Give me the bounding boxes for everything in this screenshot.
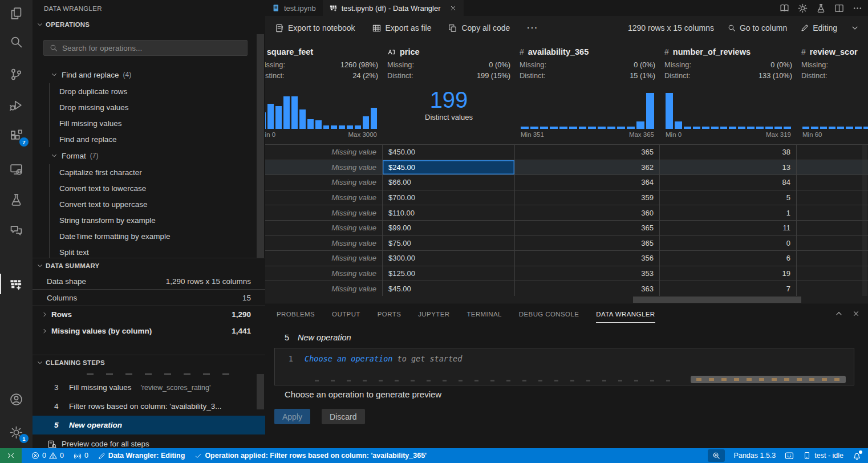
export-to-notebook-button[interactable]: Export to notebook xyxy=(275,23,355,33)
activity-item-run-debug[interactable] xyxy=(0,94,33,116)
grid-cell[interactable]: $75.00 xyxy=(383,236,515,251)
grid-cell[interactable]: Missing value xyxy=(265,251,383,266)
operations-header[interactable]: OPERATIONS xyxy=(33,17,265,32)
grid-cell[interactable]: 13 xyxy=(660,160,797,176)
grid-cell[interactable]: $99.00 xyxy=(383,221,515,236)
grid-cell[interactable] xyxy=(797,281,868,296)
split-editor-icon[interactable] xyxy=(834,3,844,13)
apply-button[interactable]: Apply xyxy=(274,409,310,424)
grid-cell[interactable]: 360 xyxy=(515,205,660,221)
search-input[interactable] xyxy=(62,44,241,52)
table-row[interactable]: Missing value$99.0036511 xyxy=(265,221,868,236)
preview-code-button[interactable]: Preview code for all steps xyxy=(33,434,265,448)
operation-item[interactable]: Split text xyxy=(59,244,265,258)
steps-scrollbar[interactable] xyxy=(257,374,264,409)
grid-cell[interactable]: 84 xyxy=(660,175,797,190)
summary-row[interactable]: Rows1,290 xyxy=(33,306,265,323)
close-icon[interactable] xyxy=(449,5,457,12)
operation-item[interactable]: Capitalize first character xyxy=(59,164,265,180)
column-header-square_feet[interactable]: #square_feetMissing:1260 (98%)Distinct:2… xyxy=(265,40,383,140)
grid-cell[interactable] xyxy=(797,266,868,282)
grid-cell[interactable]: $45.00 xyxy=(383,281,515,296)
grid-cell[interactable]: 38 xyxy=(660,145,797,160)
tab-data-wrangler[interactable]: test.ipynb (df) - Data Wrangler xyxy=(323,0,464,16)
pandas-version-status[interactable]: Pandas 1.5.3 xyxy=(734,452,776,460)
activity-item-settings[interactable]: 1 xyxy=(0,421,33,444)
grid-cell[interactable]: $66.00 xyxy=(383,175,515,190)
activity-item-account[interactable] xyxy=(0,388,33,411)
summary-row[interactable]: Data shape1,290 rows x 15 columns xyxy=(33,273,265,290)
activity-item-source-control[interactable] xyxy=(0,63,33,86)
panel-tab-jupyter[interactable]: JUPYTER xyxy=(418,305,449,322)
grid-cell[interactable] xyxy=(797,205,868,221)
toolbar-overflow-button[interactable]: ··· xyxy=(527,23,538,33)
grid-cell[interactable]: $125.00 xyxy=(383,266,515,282)
remote-indicator[interactable] xyxy=(0,448,22,463)
grid-cell[interactable]: 11 xyxy=(660,221,797,236)
grid-cell[interactable] xyxy=(797,175,868,190)
grid-cell[interactable]: 353 xyxy=(515,266,660,282)
cleaning-steps-header[interactable]: CLEANING STEPS xyxy=(33,355,265,370)
grid-vertical-scrollbar[interactable] xyxy=(862,144,867,296)
beaker-icon[interactable] xyxy=(816,3,826,13)
grid-cell[interactable]: $300.00 xyxy=(383,251,515,266)
chevron-down-icon[interactable] xyxy=(851,24,859,32)
notifications-button[interactable] xyxy=(853,452,861,460)
panel-tab-problems[interactable]: PROBLEMS xyxy=(277,305,315,322)
chevron-up-icon[interactable] xyxy=(835,310,843,318)
grid-cell[interactable]: Missing value xyxy=(265,266,383,282)
grid-cell[interactable] xyxy=(797,145,868,160)
grid-cell[interactable]: Missing value xyxy=(265,160,383,176)
grid-cell[interactable] xyxy=(797,221,868,236)
cleaning-step-5[interactable]: 5New operation xyxy=(33,416,265,434)
data-summary-header[interactable]: DATA SUMMARY xyxy=(33,258,265,273)
table-row[interactable]: Missing value$75.003650 xyxy=(265,236,868,251)
activity-item-files[interactable] xyxy=(0,2,33,25)
panel-tab-output[interactable]: OUTPUT xyxy=(332,305,360,322)
activity-item-data-wrangler[interactable] xyxy=(0,273,33,295)
operation-item[interactable]: String transform by example xyxy=(59,212,265,228)
panel-tab-ports[interactable]: PORTS xyxy=(378,305,401,322)
activity-item-test-beaker[interactable] xyxy=(0,188,33,211)
operation-item[interactable]: Drop duplicate rows xyxy=(59,83,265,99)
operation-code-editor[interactable]: 1 Choose an operation to get started xyxy=(274,348,854,385)
table-row[interactable]: Missing value$45.003637 xyxy=(265,281,868,296)
operation-group-0[interactable]: Find and replace(4) xyxy=(33,66,265,83)
grid-cell[interactable]: 19 xyxy=(660,266,797,282)
grid-cell[interactable]: 365 xyxy=(515,221,660,236)
column-header-number_of_reviews[interactable]: #number_of_reviewsMissing:0 (0%)Distinct… xyxy=(660,40,797,140)
feedback-smiley-icon[interactable] xyxy=(785,451,794,460)
grid-cell[interactable] xyxy=(797,251,868,266)
editing-mode-button[interactable]: Editing xyxy=(801,23,837,33)
operation-group-1[interactable]: Format(7) xyxy=(33,147,265,164)
table-row[interactable]: Missing value$245.0036213 xyxy=(265,160,868,176)
grid-cell[interactable] xyxy=(797,160,868,176)
tab-test-ipynb[interactable]: test.ipynb xyxy=(265,0,323,16)
table-row[interactable]: Missing value$450.0036538 xyxy=(265,145,868,160)
grid-cell[interactable]: Missing value xyxy=(265,190,383,206)
column-header-review_scor[interactable]: #review_scorMissing:Distinct:Min 60 xyxy=(797,40,868,140)
operations-search[interactable] xyxy=(43,40,248,56)
go-to-column-button[interactable]: Go to column xyxy=(728,23,787,33)
activity-item-search[interactable] xyxy=(0,30,33,53)
table-row[interactable]: Missing value$66.0036484 xyxy=(265,175,868,190)
grid-cell[interactable]: Missing value xyxy=(265,145,383,160)
grid-cell[interactable]: 7 xyxy=(660,281,797,296)
operation-item[interactable]: Convert text to uppercase xyxy=(59,196,265,212)
activity-item-remote-explorer[interactable] xyxy=(0,157,33,180)
panel-tab-debug-console[interactable]: DEBUG CONSOLE xyxy=(519,305,579,322)
cleaning-step-3[interactable]: 3Fill missing values'review_scores_ratin… xyxy=(33,378,265,397)
grid-cell[interactable] xyxy=(797,236,868,251)
panel-tab-data-wrangler[interactable]: DATA WRANGLER xyxy=(596,305,655,323)
grid-cell[interactable]: Missing value xyxy=(265,205,383,221)
grid-cell[interactable]: 0 xyxy=(660,236,797,251)
export-as-file-button[interactable]: Export as file xyxy=(372,23,432,33)
grid-cell[interactable]: 356 xyxy=(515,251,660,266)
more-actions-icon[interactable] xyxy=(853,3,862,13)
activity-item-extensions[interactable]: 7 xyxy=(0,124,33,147)
grid-cell[interactable]: $700.00 xyxy=(383,190,515,206)
table-row[interactable]: Missing value$300.003566 xyxy=(265,251,868,266)
data-wrangler-mode-status[interactable]: Data Wrangler: Editing xyxy=(98,452,185,460)
sidebar-scrollbar[interactable] xyxy=(257,34,264,258)
operation-item[interactable]: DateTime formatting by example xyxy=(59,228,265,244)
